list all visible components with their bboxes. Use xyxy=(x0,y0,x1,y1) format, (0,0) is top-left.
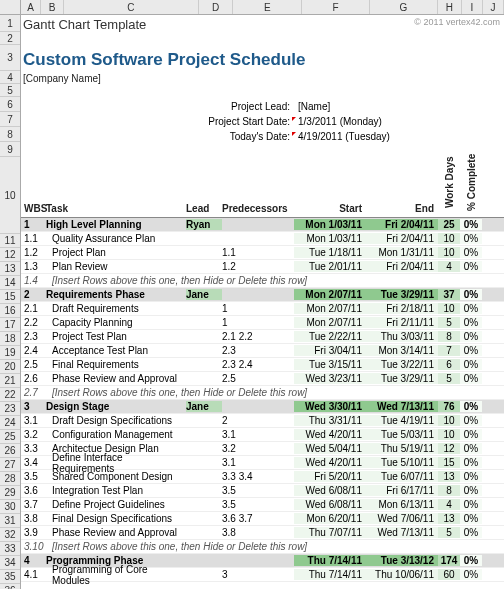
row-31[interactable]: 31 xyxy=(0,514,20,528)
row-29[interactable]: 29 xyxy=(0,486,20,500)
cell-wbs[interactable]: 2.7 xyxy=(21,387,46,398)
col-H[interactable]: H xyxy=(438,0,462,14)
cell-wbs[interactable]: 1.1 xyxy=(21,233,46,244)
cell-pct[interactable]: 0% xyxy=(460,499,482,510)
cell-wbs[interactable]: 2.6 xyxy=(21,373,46,384)
cell-task[interactable]: Final Requirements xyxy=(46,359,186,370)
cell-end[interactable]: Tue 5/03/11 xyxy=(366,429,438,440)
row-2[interactable]: 2 xyxy=(0,32,20,45)
cell-start[interactable]: Tue 2/01/11 xyxy=(294,261,366,272)
cell-predecessors[interactable]: 3.2 xyxy=(222,443,294,454)
hdr-lead[interactable]: Lead xyxy=(186,203,222,217)
cell-start[interactable]: Fri 3/04/11 xyxy=(294,345,366,356)
cell-wbs[interactable]: 3.2 xyxy=(21,429,46,440)
hdr-pct-complete[interactable]: % Complete xyxy=(460,152,482,217)
cell-task[interactable]: Acceptance Test Plan xyxy=(46,345,186,356)
col-A[interactable]: A xyxy=(21,0,41,14)
table-row[interactable]: 1.4[Insert Rows above this one, then Hid… xyxy=(21,274,504,288)
row-33[interactable]: 33 xyxy=(0,542,20,556)
cell-end[interactable]: Mon 1/31/11 xyxy=(366,247,438,258)
cell-pct[interactable]: 0% xyxy=(460,457,482,468)
col-C[interactable]: C xyxy=(64,0,199,14)
row-18[interactable]: 18 xyxy=(0,332,20,346)
hdr-work-days[interactable]: Work Days xyxy=(438,152,460,217)
cell-days[interactable]: 7 xyxy=(438,345,460,356)
col-B[interactable]: B xyxy=(41,0,64,14)
hdr-task[interactable]: Task xyxy=(46,203,186,217)
cell-end[interactable]: Fri 2/04/11 xyxy=(366,233,438,244)
cell-wbs[interactable]: 3.3 xyxy=(21,443,46,454)
cell-task[interactable]: Draft Design Specifications xyxy=(46,415,186,426)
cell-predecessors[interactable]: 3.6 3.7 xyxy=(222,513,294,524)
row-23[interactable]: 23 xyxy=(0,402,20,416)
hdr-wbs[interactable]: WBS xyxy=(21,203,46,217)
row-19[interactable]: 19 xyxy=(0,346,20,360)
cell-wbs[interactable]: 2.4 xyxy=(21,345,46,356)
cell-predecessors[interactable]: 3.1 xyxy=(222,457,294,468)
table-row[interactable]: 2.2Capacity Planning1Mon 2/07/11Fri 2/11… xyxy=(21,316,504,330)
cell-end[interactable]: Fri 2/11/11 xyxy=(366,317,438,328)
cell-end[interactable]: Wed 7/06/11 xyxy=(366,513,438,524)
row-25[interactable]: 25 xyxy=(0,430,20,444)
table-row[interactable]: 1High Level PlanningRyanMon 1/03/11Fri 2… xyxy=(21,218,504,232)
row-7[interactable]: 7 xyxy=(0,112,20,127)
cell-end[interactable]: Tue 3/13/12 xyxy=(366,555,438,566)
col-F[interactable]: F xyxy=(302,0,370,14)
cell-task[interactable]: Define Project Guidelines xyxy=(46,499,186,510)
table-row[interactable]: 3.2Configuration Management3.1Wed 4/20/1… xyxy=(21,428,504,442)
table-row[interactable]: 1.2Project Plan1.1Tue 1/18/11Mon 1/31/11… xyxy=(21,246,504,260)
cell-wbs[interactable]: 4.1 xyxy=(21,569,46,580)
row-27[interactable]: 27 xyxy=(0,458,20,472)
row-9[interactable]: 9 xyxy=(0,142,20,157)
cell-task[interactable]: Draft Requirements xyxy=(46,303,186,314)
cell-start[interactable]: Thu 7/14/11 xyxy=(294,569,366,580)
cell-days[interactable]: 5 xyxy=(438,317,460,328)
cell-wbs[interactable]: 1.2 xyxy=(21,247,46,258)
cell-task[interactable]: Design Stage xyxy=(46,401,186,412)
cell-task[interactable]: Phase Review and Approval xyxy=(46,373,186,384)
cell-predecessors[interactable]: 2.3 xyxy=(222,345,294,356)
cell-wbs[interactable]: 2.3 xyxy=(21,331,46,342)
cell-wbs[interactable]: 3.9 xyxy=(21,527,46,538)
cell-lead[interactable]: Jane xyxy=(186,401,222,412)
cell-start[interactable]: Tue 1/18/11 xyxy=(294,247,366,258)
row-12[interactable]: 12 xyxy=(0,248,20,262)
row-10[interactable]: 10 xyxy=(0,157,20,234)
cell-start[interactable]: Thu 7/14/11 xyxy=(294,555,366,566)
col-J[interactable]: J xyxy=(483,0,504,14)
row-14[interactable]: 14 xyxy=(0,276,20,290)
table-row[interactable]: 2.1Draft Requirements1Mon 2/07/11Fri 2/1… xyxy=(21,302,504,316)
hdr-start[interactable]: Start xyxy=(294,203,366,217)
cell-predecessors[interactable]: 1.1 xyxy=(222,247,294,258)
col-E[interactable]: E xyxy=(233,0,302,14)
cell-lead[interactable]: Ryan xyxy=(186,219,222,230)
row-24[interactable]: 24 xyxy=(0,416,20,430)
table-row[interactable]: 2.3Project Test Plan2.1 2.2Tue 2/22/11Th… xyxy=(21,330,504,344)
table-row[interactable]: 3.1Draft Design Specifications2Thu 3/31/… xyxy=(21,414,504,428)
cell-pct[interactable]: 0% xyxy=(460,219,482,230)
cell-end[interactable]: Wed 7/13/11 xyxy=(366,527,438,538)
cell-pct[interactable]: 0% xyxy=(460,569,482,580)
cell-pct[interactable]: 0% xyxy=(460,359,482,370)
cell-days[interactable]: 4 xyxy=(438,499,460,510)
cell-task[interactable]: [Insert Rows above this one, then Hide o… xyxy=(46,275,504,286)
cell-task[interactable]: Final Design Specifications xyxy=(46,513,186,524)
cell-predecessors[interactable]: 2.1 2.2 xyxy=(222,331,294,342)
cell-predecessors[interactable]: 3.8 xyxy=(222,527,294,538)
cell-start[interactable]: Wed 5/04/11 xyxy=(294,443,366,454)
table-row[interactable]: 3.8Final Design Specifications3.6 3.7Mon… xyxy=(21,512,504,526)
cell-pct[interactable]: 0% xyxy=(460,471,482,482)
cell-end[interactable]: Wed 7/13/11 xyxy=(366,401,438,412)
cell-days[interactable]: 174 xyxy=(438,555,460,566)
cell-task[interactable]: Programming of Core Modules xyxy=(46,564,186,586)
row-5[interactable]: 5 xyxy=(0,84,20,97)
cell-predecessors[interactable]: 3.1 xyxy=(222,429,294,440)
cell-predecessors[interactable]: 1 xyxy=(222,303,294,314)
row-6[interactable]: 6 xyxy=(0,97,20,112)
cell-predecessors[interactable]: 1 xyxy=(222,317,294,328)
table-row[interactable]: 1.3Plan Review1.2Tue 2/01/11Fri 2/04/114… xyxy=(21,260,504,274)
cell-end[interactable]: Fri 6/17/11 xyxy=(366,485,438,496)
row-11[interactable]: 11 xyxy=(0,234,20,248)
cell-wbs[interactable]: 3.1 xyxy=(21,415,46,426)
cell-predecessors[interactable]: 3.5 xyxy=(222,485,294,496)
